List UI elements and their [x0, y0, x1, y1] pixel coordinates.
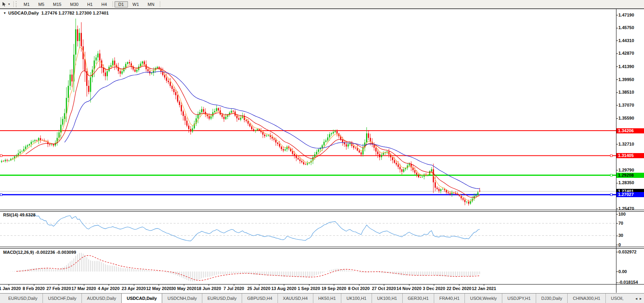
price-tick-label: 1.28350	[618, 180, 634, 185]
timeframe-button-m15[interactable]: M15	[49, 1, 65, 7]
date-tick-label: 3 Dec 2020	[423, 286, 445, 291]
date-tick-label: 7 Jul 2020	[224, 286, 244, 291]
date-tick-label: 25 Jul 2020	[247, 286, 270, 291]
timeframe-button-m30[interactable]: M30	[66, 1, 82, 7]
level-line-handle	[611, 174, 613, 176]
tabs-scroll-right-button[interactable]: ▸	[640, 296, 642, 301]
macd-tick-label: -0.018154	[618, 280, 638, 285]
date-tick-label: 12 Jan 2021	[472, 286, 496, 291]
chart-tab-usoil-weekly[interactable]: USOil,Weekly	[464, 294, 502, 303]
candlestick-layer	[1, 18, 481, 205]
chart-tab-dj30-daily[interactable]: DJ30,Daily	[536, 294, 567, 303]
chart-tab-uk100-h1[interactable]: UK100,H1	[341, 294, 372, 303]
timeframe-button-m5[interactable]: M5	[34, 1, 48, 7]
chart-tab-gbpusd-h4[interactable]: GBPUSD,H4	[242, 294, 278, 303]
toolbar-separator	[113, 1, 113, 7]
price-tick-label: 1.42870	[618, 51, 634, 55]
cursor-icon	[2, 2, 7, 7]
date-tick-label: 8 Oct 2020	[348, 286, 370, 291]
chart-canvas[interactable]	[0, 0, 644, 303]
date-tick-label: 19 Sep 2020	[322, 286, 346, 291]
timeframe-button-d1[interactable]: D1	[115, 1, 128, 7]
horizontal-level-lines	[0, 131, 616, 196]
chart-tab-ger30-h1[interactable]: GER30,H1	[402, 294, 434, 303]
moving-average-layer	[11, 47, 480, 201]
macd-tick-label: 0.00	[618, 269, 627, 274]
rsi-tick-label: 100	[618, 212, 625, 216]
rsi-tick-label: 70	[618, 221, 623, 225]
date-tick-label: 18 Jun 2020	[196, 286, 221, 291]
chart-title: ▼USDCAD,Daily 1.27476 1.27782 1.27300 1.…	[3, 11, 109, 15]
price-tick-label: 1.37070	[618, 103, 634, 107]
date-tick-label: 12 May 2020	[146, 286, 171, 291]
tab-scroll-buttons: ◂ ▸	[634, 294, 643, 303]
date-tick-label: 27 Oct 2020	[372, 286, 396, 291]
price-line-label: 1.34206	[616, 128, 644, 133]
price-tick-label: 1.25470	[618, 206, 634, 211]
toolbar-separator	[13, 1, 14, 7]
timeframe-button-mn[interactable]: MN	[144, 1, 158, 7]
chart-tab-china300-h1[interactable]: CHINA300,H1	[567, 294, 605, 303]
date-tick-label: 4 Apr 2020	[98, 286, 120, 291]
chart-symbol-label: USDCAD,Daily	[8, 11, 39, 15]
price-tick-label: 1.39950	[618, 77, 634, 82]
timeframe-button-m1[interactable]: M1	[20, 1, 33, 7]
rsi-layer	[0, 215, 616, 241]
chart-tab-audusd-daily[interactable]: AUDUSD,Daily	[81, 294, 121, 303]
chart-tab-list: EURUSD,DailyUSDCHF,DailyAUDUSD,DailyUSDC…	[0, 294, 629, 303]
macd-tick-label: 0.032972	[618, 249, 637, 254]
chart-tab-xauusd-h4[interactable]: XAUUSD,H4	[278, 294, 313, 303]
chevron-down-icon[interactable]: ▾	[7, 2, 11, 6]
chart-tab-eurusd-daily[interactable]: EURUSD,Daily	[202, 294, 242, 303]
level-line-handle	[611, 194, 613, 196]
chart-ohlc-label: 1.27476 1.27782 1.27300 1.27401	[41, 11, 109, 15]
price-line-label: 1.27027	[616, 192, 644, 197]
price-line-label: 1.29208	[616, 173, 644, 178]
date-tick-label: 30 May 2020	[171, 286, 196, 291]
price-tick-label: 1.45750	[618, 25, 634, 30]
toolbar: ▾ M1M5M15M30H1H4D1W1MN	[0, 0, 644, 9]
timeframe-button-h1[interactable]: H1	[83, 1, 96, 7]
price-tick-label: 1.41390	[618, 64, 634, 69]
rsi-tick-label: 30	[618, 233, 623, 238]
macd-layer	[2, 253, 480, 281]
chart-tab-usdcad-daily[interactable]: USDCAD,Daily	[121, 293, 162, 303]
level-line-handle	[0, 194, 2, 196]
toolbar-drag-handle[interactable]	[16, 1, 18, 7]
chart-tab-usdcnh-daily[interactable]: USDCNH,Daily	[162, 294, 202, 303]
date-tick-label: 1 Sep 2020	[298, 286, 320, 291]
date-tick-label: 21 Jan 2020	[0, 286, 21, 291]
chart-tab-hk50-h1[interactable]: HK50,H1	[313, 294, 341, 303]
price-tick-label: 1.38510	[618, 90, 634, 94]
cursor-tool-button[interactable]: ▾	[0, 0, 12, 8]
price-tick-label: 1.32710	[618, 142, 634, 146]
date-tick-label: 8 Feb 2020	[22, 286, 44, 291]
chart-tab-fra40-h1[interactable]: FRA40,H1	[434, 294, 464, 303]
rsi-pane-title: RSI(14) 49.6328	[3, 212, 35, 217]
price-tick-label: 1.47190	[618, 13, 634, 17]
chart-tab-eurusd-daily[interactable]: EURUSD,Daily	[3, 294, 43, 303]
timeframe-button-h4[interactable]: H4	[97, 1, 111, 7]
level-line-handle	[611, 155, 613, 157]
chart-tab-bar: EURUSD,DailyUSDCHF,DailyAUDUSD,DailyUSDC…	[0, 293, 644, 303]
date-tick-label: 23 Apr 2020	[122, 286, 146, 291]
chart-tab-uk100-h1[interactable]: UK100,H1	[372, 294, 402, 303]
timeframe-button-w1[interactable]: W1	[129, 1, 143, 7]
date-tick-label: 27 Feb 2020	[46, 286, 71, 291]
price-tick-label: 1.44310	[618, 38, 634, 43]
tabs-scroll-left-button[interactable]: ◂	[635, 296, 637, 301]
macd-pane-title: MACD(12,26,9) -0.002236 -0.003099	[3, 250, 76, 255]
chart-menu-triangle-icon[interactable]: ▼	[3, 11, 6, 15]
price-tick-label: 1.35590	[618, 116, 634, 120]
date-tick-label: 13 Aug 2020	[271, 286, 296, 291]
toolbar-separator	[160, 1, 160, 7]
price-line-label: 1.31405	[616, 153, 644, 158]
chart-tab-usdjpy-h1[interactable]: USDJPY,H1	[502, 294, 536, 303]
timeframe-button-group: M1M5M15M30H1H4D1W1MN	[19, 1, 161, 7]
rsi-tick-label: 0	[618, 242, 621, 247]
chart-tab-usdchf-daily[interactable]: USDCHF,Daily	[43, 294, 81, 303]
price-tick-label: 1.29790	[618, 168, 634, 172]
date-tick-label: 22 Dec 2020	[446, 286, 471, 291]
date-tick-label: 14 Nov 2020	[396, 286, 422, 291]
chart-tab-usoil-[interactable]: USOil,	[605, 294, 629, 303]
